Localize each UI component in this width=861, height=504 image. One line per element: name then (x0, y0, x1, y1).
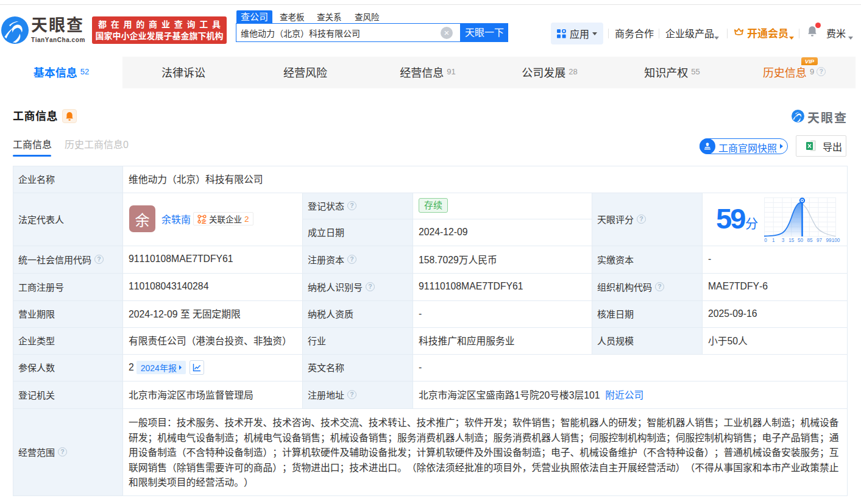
svg-text:15: 15 (788, 238, 795, 243)
svg-text:1: 1 (772, 238, 775, 243)
svg-text:50: 50 (798, 238, 804, 243)
svg-text:3: 3 (782, 238, 785, 243)
svg-text:97: 97 (817, 238, 823, 243)
svg-text:0: 0 (764, 238, 767, 243)
svg-text:85: 85 (807, 238, 813, 243)
svg-text:企: 企 (202, 218, 207, 224)
svg-text:99: 99 (826, 238, 832, 243)
svg-text:100: 100 (832, 238, 840, 243)
